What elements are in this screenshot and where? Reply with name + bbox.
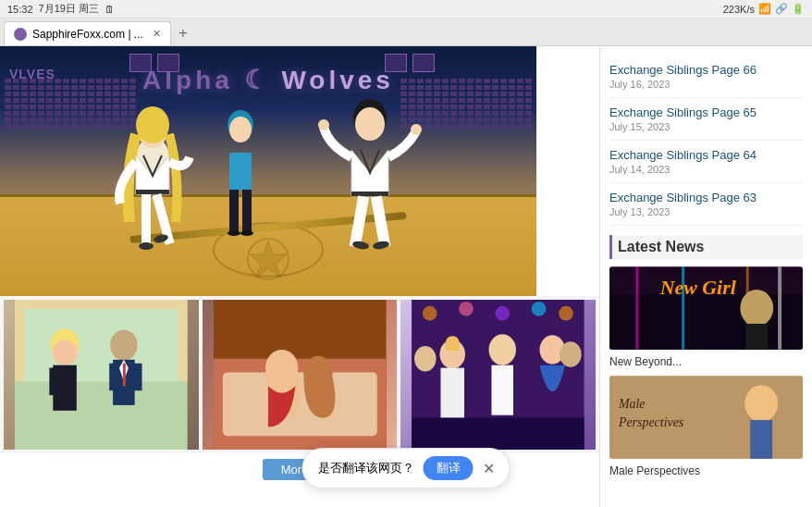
seat-cell <box>38 117 44 122</box>
arena-logo-left: VLVES <box>9 67 55 81</box>
left-panel: VLVES Alpha ☾ Wolves <box>0 46 599 507</box>
seat-cell <box>484 111 490 116</box>
seat-cell <box>13 124 19 129</box>
seat-cell <box>38 85 44 90</box>
seat-cell <box>80 124 86 129</box>
svg-rect-12 <box>351 192 388 196</box>
seat-cell <box>88 111 94 116</box>
seat-cell <box>459 85 465 90</box>
seat-cell <box>5 117 11 122</box>
seat-cell <box>71 98 78 103</box>
tab-close-button[interactable]: ✕ <box>153 28 161 40</box>
seat-cell <box>434 79 440 83</box>
svg-rect-65 <box>745 324 768 350</box>
seat-cell <box>13 111 19 116</box>
thumbnail-grid <box>0 296 599 453</box>
seat-cell <box>425 111 432 116</box>
seat-cell <box>467 117 474 122</box>
seat-cell <box>517 98 523 103</box>
main-content: VLVES Alpha ☾ Wolves <box>0 46 812 507</box>
seat-cell <box>509 105 515 109</box>
thumbnail-1[interactable] <box>4 300 199 450</box>
seat-cell <box>484 79 490 83</box>
latest-news-title-1: Male Perspectives <box>609 464 803 477</box>
seat-cell <box>450 79 457 83</box>
news-link-3[interactable]: Exchange Siblings Page 63 <box>609 191 803 204</box>
network-speed: 223K/s <box>723 4 755 15</box>
news-link-1[interactable]: Exchange Siblings Page 65 <box>609 105 803 119</box>
seat-cell <box>80 85 86 90</box>
seat-cell <box>450 117 457 122</box>
seat-cell <box>425 92 432 96</box>
seat-cell <box>442 105 449 109</box>
seat-cell <box>71 124 78 129</box>
seat-cell <box>492 105 498 109</box>
seat-cell <box>434 105 440 109</box>
svg-rect-33 <box>64 368 73 395</box>
news-item-0: Exchange Siblings Page 66 July 16, 2023 <box>609 56 803 98</box>
seat-cell <box>80 92 86 96</box>
svg-rect-36 <box>123 364 126 387</box>
seat-cell <box>425 85 432 90</box>
seat-cell <box>38 111 44 116</box>
seat-cell <box>475 79 482 83</box>
seat-cell <box>63 124 69 129</box>
seat-cell <box>434 85 440 90</box>
new-tab-button[interactable]: + <box>171 21 195 45</box>
seat-cell <box>38 105 44 109</box>
seat-cell <box>38 92 44 96</box>
seat-cell <box>425 98 432 103</box>
seat-cell <box>500 85 507 90</box>
seat-cell <box>484 85 490 90</box>
seat-cell <box>63 92 69 96</box>
svg-rect-13 <box>350 195 369 247</box>
thumbnail-3[interactable] <box>400 300 596 450</box>
seat-cell <box>475 92 482 96</box>
seat-cell <box>425 105 432 109</box>
battery-icon: 🔋 <box>792 3 805 15</box>
seat-cell <box>88 92 94 96</box>
seat-cell <box>55 85 61 90</box>
seat-cell <box>450 85 457 90</box>
seat-cell <box>450 105 457 109</box>
svg-rect-32 <box>49 368 58 395</box>
svg-rect-28 <box>24 309 178 382</box>
seat-cell <box>13 85 19 90</box>
seat-cell <box>475 111 482 116</box>
seat-cell <box>63 85 69 90</box>
svg-point-71 <box>744 385 778 422</box>
seat-cell <box>459 105 465 109</box>
svg-point-20 <box>229 117 252 142</box>
svg-point-56 <box>560 341 582 366</box>
svg-point-8 <box>139 242 154 250</box>
seat-cell <box>517 124 523 129</box>
news-item-1: Exchange Siblings Page 65 July 15, 2023 <box>609 98 803 141</box>
seat-cell <box>509 92 515 96</box>
seat-cell <box>467 111 474 116</box>
thumbnail-2[interactable] <box>203 300 398 450</box>
translate-button[interactable]: 翻译 <box>424 456 474 480</box>
svg-rect-57 <box>412 418 584 450</box>
svg-text:Male: Male <box>618 397 646 411</box>
browser-tab-active[interactable]: SapphireFoxx.com | ... ✕ <box>4 21 171 45</box>
translate-close-button[interactable]: ✕ <box>483 460 495 477</box>
seat-cell <box>434 124 440 129</box>
news-item-3: Exchange Siblings Page 63 July 13, 2023 <box>609 183 803 226</box>
seat-cell <box>80 117 86 122</box>
seat-cell <box>467 79 474 83</box>
seat-cell <box>63 111 69 116</box>
fighter-left <box>102 83 203 268</box>
news-link-2[interactable]: Exchange Siblings Page 64 <box>609 148 803 162</box>
seat-cell <box>434 92 440 96</box>
news-date-0: July 16, 2023 <box>609 79 803 90</box>
seat-cell <box>525 124 532 129</box>
news-link-0[interactable]: Exchange Siblings Page 66 <box>609 63 803 77</box>
seat-cell <box>80 79 86 83</box>
svg-point-64 <box>740 290 773 327</box>
tab-bar: SapphireFoxx.com | ... ✕ + <box>0 19 812 46</box>
seat-cell <box>459 92 465 96</box>
seat-cell <box>71 111 78 116</box>
seat-cell <box>80 105 86 109</box>
svg-rect-22 <box>229 190 239 231</box>
seat-cell <box>5 85 11 90</box>
